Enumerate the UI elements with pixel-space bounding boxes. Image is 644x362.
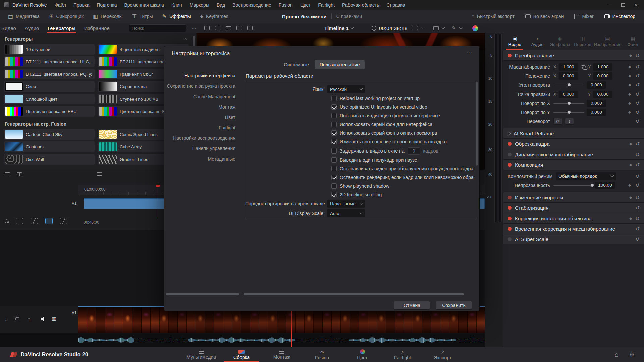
checkbox[interactable] [331, 175, 337, 180]
reset-icon[interactable]: ↺ [635, 216, 640, 221]
generator-tile[interactable]: BT.2111, цветовая полоса, PQ, уз... [4, 69, 95, 79]
effects-button[interactable]: ✎Эффекты [158, 12, 195, 21]
generator-tile[interactable]: Disc Wall [4, 154, 95, 165]
media-pool-button[interactable]: ▤Медиатека [4, 12, 44, 21]
playhead[interactable] [158, 185, 158, 218]
timeline-selector[interactable]: Timeline 1 [324, 25, 353, 31]
pitch-input[interactable]: 0.000 [587, 100, 606, 107]
dside-color[interactable]: Цвет [164, 112, 245, 122]
itab-video[interactable]: ▣Видео [503, 33, 526, 50]
dside-editing[interactable]: Монтаж [164, 102, 245, 112]
enable-dot[interactable] [508, 217, 512, 220]
page-deliver[interactable]: ↗Экспорт [423, 347, 463, 362]
reset-icon[interactable]: ↺ [635, 152, 640, 157]
section-crop[interactable]: Обрезка кадра ◆↺ [503, 139, 644, 149]
lock-icon[interactable] [15, 317, 19, 320]
section-smart-reframe[interactable]: AI Smart Reframe [503, 128, 644, 139]
generator-tile[interactable]: Contours [4, 141, 95, 152]
tab-video[interactable]: Видео [1, 23, 16, 33]
dialog-vertical-scrollbar[interactable] [476, 82, 478, 166]
yaw-input[interactable]: 0.000 [587, 109, 606, 116]
reset-icon[interactable]: ↺ [635, 183, 640, 188]
app-icon[interactable] [4, 2, 9, 7]
enable-dot[interactable] [508, 206, 512, 210]
close-icon[interactable]: × [634, 2, 637, 8]
dtab-system[interactable]: Системные [279, 60, 314, 69]
enable-dot[interactable] [508, 54, 512, 57]
reset-icon[interactable]: ↺ [635, 174, 640, 179]
rotation-slider[interactable] [553, 85, 584, 85]
keyframe-icon[interactable]: ◆ [628, 101, 631, 105]
scale-x-input[interactable]: 1.000 [559, 63, 578, 71]
insert-clip-icon[interactable] [17, 172, 22, 176]
itab-effects[interactable]: ◈Эффекты [549, 33, 571, 50]
search-input[interactable] [129, 24, 186, 32]
enable-dot[interactable] [508, 153, 512, 156]
snapping-icon[interactable] [45, 218, 53, 224]
dside-playback-settings[interactable]: Настройки воспроизведения [164, 133, 245, 143]
checkbox[interactable] [331, 104, 337, 110]
strip-playhead[interactable] [291, 306, 292, 347]
anchor-y-input[interactable]: 0.000 [593, 90, 612, 98]
reset-icon[interactable]: ↺ [635, 141, 640, 146]
enhance-options[interactable]: ✎ [452, 25, 462, 31]
position-x-input[interactable]: 0.000 [559, 72, 578, 80]
reset-icon[interactable]: ↺ [635, 205, 640, 210]
speaker-icon[interactable] [39, 317, 44, 321]
section-lens-correction[interactable]: Коррекция искажений объектива ◆↺ [503, 213, 644, 224]
fullscreen-button[interactable]: Во весь экран [521, 12, 568, 21]
generator-tile[interactable]: 10 ступеней [4, 44, 95, 55]
menu-trim[interactable]: Подгонка [93, 2, 120, 8]
reset-icon[interactable]: ↺ [635, 237, 640, 242]
checkbox[interactable] [331, 183, 337, 189]
section-super-scale[interactable]: AI Super Scale ↺ [503, 234, 644, 244]
flip-horizontal-button[interactable]: ⇄ [553, 118, 562, 125]
keyframe-icon[interactable]: ◆ [629, 195, 632, 200]
single-viewer-icon[interactable] [204, 26, 210, 30]
itab-transition[interactable]: ◫Переход [571, 33, 594, 50]
dialog-horizontal-scrollbar-left[interactable] [166, 293, 239, 295]
reset-icon[interactable]: ↺ [635, 82, 640, 87]
menu-help[interactable]: Справка [383, 2, 409, 8]
page-media[interactable]: Мультимедиа [181, 347, 221, 362]
reset-icon[interactable]: ↺ [635, 92, 640, 97]
reset-icon[interactable]: ↺ [635, 195, 640, 200]
inspector-button[interactable]: Инспектор [600, 12, 639, 21]
edit-mode-icon[interactable] [16, 218, 23, 224]
sync-bin-button[interactable]: ⊞Синхроящик [45, 12, 88, 21]
opacity-slider[interactable] [553, 185, 593, 186]
dtab-user[interactable]: Пользовательские [315, 60, 365, 69]
enable-dot[interactable] [508, 142, 512, 146]
save-button[interactable]: Сохранить [436, 301, 472, 310]
enable-dot[interactable] [508, 227, 512, 231]
film-frame[interactable] [96, 307, 105, 333]
film-frame[interactable] [123, 307, 132, 333]
timecode[interactable]: 00:04:38:18 [379, 25, 408, 31]
dual-viewer-icon[interactable] [215, 26, 220, 30]
sort-order-select[interactable]: Неда...нные [327, 200, 365, 208]
checkbox[interactable] [331, 96, 337, 101]
film-frame[interactable] [132, 307, 142, 333]
generators-section-header[interactable]: Генераторы [0, 33, 196, 43]
checkbox[interactable] [331, 139, 337, 144]
reset-icon[interactable]: ↺ [635, 101, 640, 106]
reset-icon[interactable]: ↺ [635, 226, 640, 231]
ui-scale-select[interactable]: Auto [327, 209, 365, 217]
tab-favorites[interactable]: Избранное [84, 23, 110, 33]
pitch-slider[interactable] [553, 103, 584, 104]
reset-icon[interactable]: ↺ [635, 119, 640, 124]
page-color[interactable]: Цвет [342, 347, 382, 362]
film-frame[interactable] [78, 307, 87, 333]
scale-y-input[interactable]: 1.000 [593, 63, 612, 71]
dialog-horizontal-scrollbar-right[interactable] [244, 293, 464, 295]
checkbox[interactable] [331, 148, 337, 154]
generator-tile[interactable]: Цветовая полоса по EBU [4, 106, 95, 117]
checkbox[interactable] [331, 113, 337, 118]
checkbox[interactable] [331, 157, 337, 163]
enable-dot[interactable] [508, 163, 512, 167]
keyframe-icon[interactable]: ◆ [628, 92, 631, 96]
reset-icon[interactable]: ↺ [635, 64, 640, 69]
menu-clip[interactable]: Клип [168, 2, 186, 8]
viewer-options[interactable] [413, 26, 424, 30]
menu-fairlight[interactable]: Fairlight [314, 2, 338, 8]
